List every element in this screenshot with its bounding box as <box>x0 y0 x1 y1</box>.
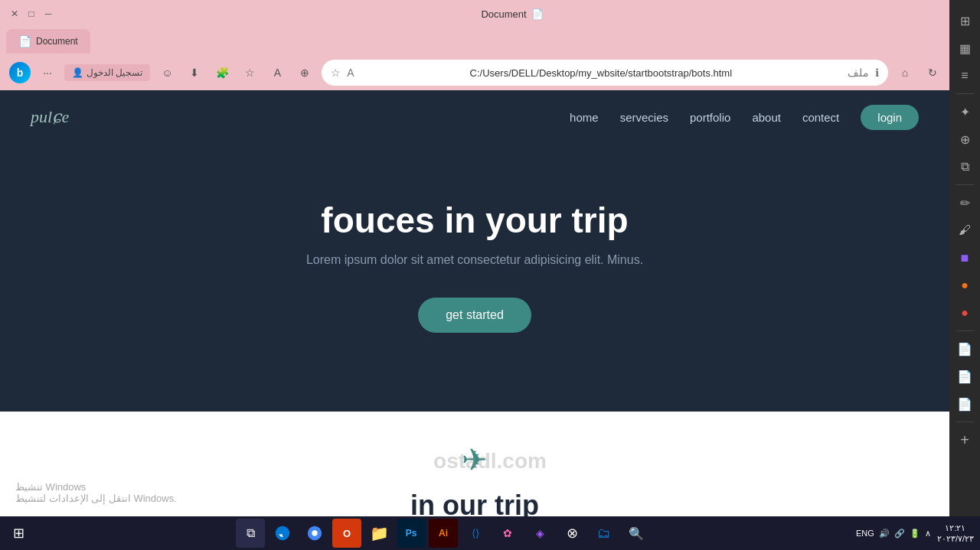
search-taskbar-btn[interactable]: 🔍 <box>622 519 651 548</box>
hero-content: fouces in your trip Lorem ipsum dolor si… <box>306 169 643 333</box>
extension-btn[interactable]: 🧩 <box>211 62 233 83</box>
maximize-button[interactable]: □ <box>26 8 37 19</box>
photoshop-app[interactable]: Ps <box>397 519 426 548</box>
signin-button[interactable]: 👤 تسجيل الدخول <box>64 64 150 81</box>
airplane-icon: ✈ <box>462 442 488 477</box>
signin-label: تسجيل الدخول <box>87 67 142 78</box>
vscode-app[interactable]: ⟨⟩ <box>461 519 490 548</box>
files-app[interactable]: 📁 <box>364 519 394 548</box>
chrome-browser-app[interactable] <box>300 519 329 548</box>
clock: ١٢:٢١ ٢٠٢٣/٧/٢٣ <box>937 522 974 545</box>
time-display: ١٢:٢١ <box>937 522 974 533</box>
taskview-app[interactable]: ⧉ <box>236 519 265 548</box>
minimize-button[interactable]: ─ <box>43 8 54 19</box>
hero-subtitle: Lorem ipsum dolor sit amet consectetur a… <box>306 253 643 267</box>
collections-btn[interactable]: ⊕ <box>294 62 315 83</box>
browser-sidebar: ⊞ ▦ ≡ ✦ ⊕ ⧉ ✏ 🖌 ■ ● ● 📄 📄 📄 + <box>949 0 980 550</box>
grid-icon[interactable]: ▦ <box>952 36 977 60</box>
title-icon: 📄 <box>531 8 544 20</box>
doc3-icon[interactable]: 📄 <box>952 392 977 416</box>
emoji-btn[interactable]: ☺ <box>156 62 178 83</box>
divider4 <box>956 421 974 422</box>
doc1-icon[interactable]: 📄 <box>952 337 977 361</box>
get-started-button[interactable]: get started <box>418 298 531 333</box>
website-content: pulɕe home servecies portfolio about con… <box>0 90 949 550</box>
tab-icon: 📄 <box>18 35 31 47</box>
document-title: Document <box>481 8 526 20</box>
puzzle-icon[interactable]: ⊕ <box>952 127 977 151</box>
nav-portfolio[interactable]: portfolio <box>690 111 730 124</box>
info-icon: ℹ <box>875 67 879 79</box>
star-icon: ☆ <box>331 67 341 79</box>
brush-icon[interactable]: 🖌 <box>952 218 977 242</box>
close-button[interactable]: ✕ <box>9 8 20 19</box>
edge-browser-app[interactable] <box>268 519 297 548</box>
start-button[interactable]: ⊞ <box>6 521 31 545</box>
divider3 <box>956 330 974 331</box>
user-icon: 👤 <box>72 67 83 78</box>
table-icon[interactable]: ≡ <box>952 63 977 88</box>
nav-home[interactable]: home <box>570 111 599 124</box>
address-bar[interactable]: ☆ A C:/Users/DELL/Desktop/my_wbsite/star… <box>322 60 888 86</box>
volume-icon: 🔊 <box>879 529 890 539</box>
tab-label: Document <box>36 36 78 47</box>
url-text: C:/Users/DELL/Desktop/my_wbsite/startboo… <box>361 67 841 79</box>
lang-indicator: ENG <box>856 529 874 538</box>
download-btn[interactable]: ⬇ <box>184 62 205 83</box>
network-icon: 🔗 <box>894 529 905 539</box>
nav-servecies[interactable]: servecies <box>620 111 668 124</box>
explorer-taskbar-app[interactable]: 🗂 <box>590 519 619 548</box>
pen-icon[interactable]: ✏ <box>952 190 977 215</box>
favorites-btn[interactable]: ☆ <box>239 62 260 83</box>
nav-links: home servecies portfolio about contect l… <box>570 105 919 130</box>
battery-icon: 🔋 <box>910 529 920 539</box>
date-display: ٢٠٢٣/٧/٢٣ <box>937 533 974 544</box>
system-tray: ENG 🔊 🔗 🔋 ∧ <box>856 529 931 539</box>
browser-tab[interactable]: 📄 Document <box>6 29 90 54</box>
more-options-btn[interactable]: ··· <box>37 62 58 83</box>
site-login-button[interactable]: login <box>861 105 919 130</box>
add-icon[interactable]: + <box>952 428 977 452</box>
illustrator-app[interactable]: Ai <box>429 519 458 548</box>
divider1 <box>956 93 974 94</box>
doc2-icon[interactable]: 📄 <box>952 364 977 389</box>
purple-icon[interactable]: ■ <box>952 246 977 270</box>
site-navbar: pulɕe home servecies portfolio about con… <box>0 90 949 144</box>
red-icon[interactable]: ● <box>952 301 977 325</box>
taskbar: ⊞ ⧉ O 📁 Ps Ai ⟨⟩ ✿ ◈ ⊗ 🗂 🔍 ENG 🔊 🔗 🔋 ∧ ١… <box>0 516 980 550</box>
nav-about[interactable]: about <box>752 111 781 124</box>
nav-contect[interactable]: contect <box>802 111 839 124</box>
orange-icon[interactable]: ● <box>952 273 977 298</box>
site-logo: pulɕe <box>31 107 69 127</box>
collections-icon[interactable]: ⊞ <box>952 8 977 33</box>
file-label: ملف <box>848 67 869 79</box>
browser-logo: b <box>9 62 31 83</box>
github-app[interactable]: ⊗ <box>557 519 586 548</box>
figma-app[interactable]: ◈ <box>525 519 554 548</box>
shield-icon[interactable]: ✦ <box>952 99 977 124</box>
reading-btn[interactable]: A <box>266 62 288 83</box>
search-app[interactable]: ✿ <box>493 519 522 548</box>
arrow-icon: ∧ <box>925 529 931 539</box>
hero-section: pulɕe home servecies portfolio about con… <box>0 90 949 412</box>
office-app[interactable]: O <box>332 519 361 548</box>
divider2 <box>956 184 974 185</box>
layers-icon[interactable]: ⧉ <box>952 155 977 179</box>
svg-point-1 <box>312 530 317 535</box>
home-btn[interactable]: ⌂ <box>894 62 916 83</box>
refresh-btn[interactable]: ↻ <box>922 62 943 83</box>
hero-title: fouces in your trip <box>306 200 643 241</box>
read-icon: A <box>347 67 354 79</box>
